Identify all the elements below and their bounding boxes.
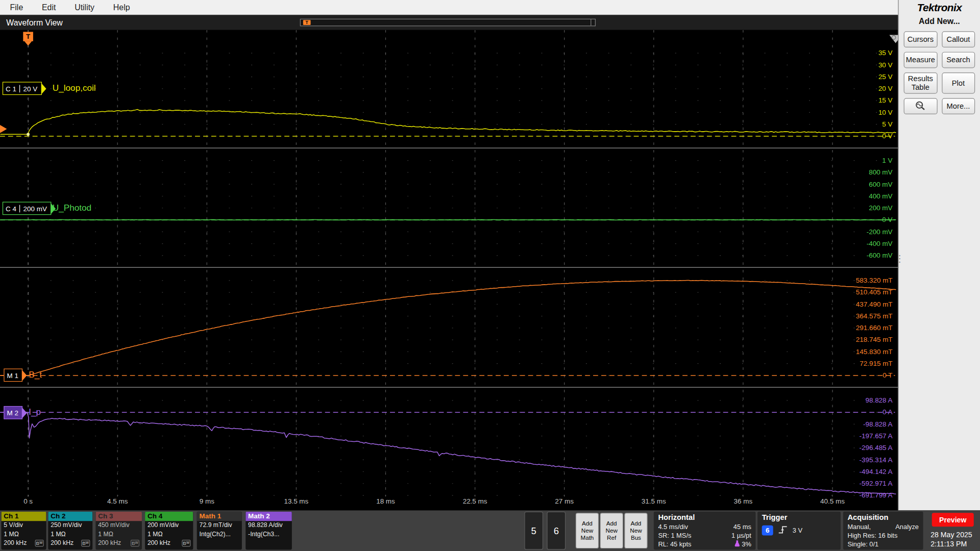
results-table-button[interactable]: Results Table [904,72,938,94]
ch3-bandwidth: 200 kHz [98,539,121,547]
waveform-trace-1 [1,110,896,135]
trigger-source-badge: 6 [762,525,773,536]
waveform-canvas[interactable]: 0 s4.5 ms9 ms13.5 ms18 ms22.5 ms27 ms31.… [0,30,898,508]
menu-help[interactable]: Help [113,3,130,12]
y-axis-tick-label: 20 V [878,85,893,92]
callout-button[interactable]: Callout [942,31,975,47]
ch2-impedance: 1 MΩ [51,530,66,538]
horizontal-resolution: 1 µs/pt [731,531,751,540]
y-axis-tick-label: 1 V [882,157,892,164]
math1-badge[interactable]: M 1 [4,368,22,382]
system-time: 2:11:13 PM [930,540,967,548]
ch3-box-header: Ch 3 [95,512,142,521]
math1-waveform-label: B_t [29,369,42,380]
cursors-button[interactable]: Cursors [904,31,938,47]
ch3-settings-box[interactable]: Ch 3 450 mV/div 1 MΩ 200 kHz Bᵂ [95,512,142,550]
x-axis-tick-label: 40.5 ms [820,497,845,505]
y-axis-tick-label: 25 V [878,73,893,81]
search-button[interactable]: Search [942,52,975,68]
math1-settings-box[interactable]: Math 1 72.9 mT/div Intg(Ch2)... [197,512,242,550]
acquisition-mode: Manual, [847,522,871,531]
add-new-ref-button[interactable]: Add New Ref [600,513,623,548]
y-axis-tick-label: -395.314 A [859,456,892,464]
menu-bar: File Edit Utility Help [0,0,898,15]
horizontal-scale: 4.5 ms/div [658,522,688,531]
add-new-button-grid: Cursors Callout Measure Search Results T… [899,26,980,120]
math2-settings-box[interactable]: Math 2 98.828 A/div -Intg(Ch3... [246,512,292,550]
y-axis-tick-label: 291.660 mT [856,324,893,332]
y-axis-tick-label: 145.830 mT [856,348,893,356]
ch1-scale-badge[interactable]: C 1 20 V [3,82,42,95]
preview-button[interactable]: Preview [932,513,974,527]
ch4-waveform-label: U_Photod [53,203,91,213]
y-axis-tick-label: 0 T [883,371,892,379]
waveform-trace-2 [1,219,896,220]
ch1-impedance: 1 MΩ [4,530,19,538]
right-panel: Tektronix Add New... Cursors Callout Mea… [898,0,980,510]
trigger-panel[interactable]: Trigger 6 3 V [757,512,841,550]
ch1-badge-scale: 20 V [23,85,37,92]
panel-resize-handle[interactable]: ⋮ [895,253,904,264]
y-axis-tick-label: 98.828 A [865,396,892,404]
ch2-settings-box[interactable]: Ch 2 250 mV/div 1 MΩ 200 kHz Bᵂ [48,512,92,550]
trigger-position-handle[interactable]: T [303,20,311,25]
acquisition-single: Single: 0/1 [847,540,878,548]
ch4-scale-badge[interactable]: C 4 200 mV [3,202,52,215]
ch4-box-header: Ch 4 [145,512,193,521]
waveform-trace-3 [1,280,896,375]
horizontal-panel-title: Horizontal [658,512,751,522]
waveform-traces [1,110,896,494]
x-axis-tick-label: 9 ms [200,497,214,505]
x-axis-tick-label: 18 ms [376,497,395,505]
waveform-view-titlebar: Waveform View T [0,15,898,30]
trigger-level: 3 V [793,527,802,534]
ch4-bw-limit-icon: Bᵂ [182,539,191,546]
zoom-tool-button[interactable] [904,98,938,114]
add-new-bus-button[interactable]: Add New Bus [624,513,647,548]
channel-5-button[interactable]: 5 [524,512,543,550]
ch2-scale: 250 mV/div [51,521,82,530]
waveform-trace-4 [1,412,896,494]
math2-badge-id: M 2 [7,409,18,416]
y-axis-tick-label: 30 V [878,61,893,69]
ch1-bw-limit-icon: Bᵂ [35,539,44,546]
more-button[interactable]: More... [942,98,975,114]
plot-button[interactable]: Plot [942,72,975,94]
menu-edit[interactable]: Edit [42,3,56,12]
ch3-impedance: 1 MΩ [98,530,113,538]
measure-button[interactable]: Measure [904,52,938,68]
x-axis-tick-label: 0 s [23,497,33,505]
math1-badge-id: M 1 [7,371,18,379]
math2-badge[interactable]: M 2 [4,406,22,419]
math1-scale: 72.9 mT/div [200,521,232,530]
rising-edge-icon [778,525,787,536]
x-axis-tick-label: 27 ms [555,497,574,505]
ch4-scale: 200 mV/div [148,521,179,530]
y-axis-tick-label: -400 mV [867,240,893,247]
y-axis-tick-label: 400 mV [869,192,892,200]
channel-6-button[interactable]: 6 [547,512,566,550]
y-axis-tick-label: 437.490 mT [856,300,893,308]
menu-utility[interactable]: Utility [75,3,94,12]
math2-waveform-label: I_p [29,407,41,417]
horizontal-sample-rate: SR: 1 MS/s [658,531,691,540]
horizontal-panel[interactable]: Horizontal 4.5 ms/div 45 ms SR: 1 MS/s 1… [654,512,756,550]
grid-lines [0,30,898,497]
ch4-badge-id: C 4 [6,205,20,212]
add-new-math-button[interactable]: Add New Math [576,513,599,548]
x-axis-tick-label: 22.5 ms [463,497,487,505]
acquisition-detail: High Res: 16 bits [847,531,897,540]
y-axis-tick-label: 0 A [883,408,892,416]
menu-file[interactable]: File [10,3,23,12]
y-axis-tick-label: 0 V [882,132,892,140]
ch4-settings-box[interactable]: Ch 4 200 mV/div 1 MΩ 200 kHz Bᵂ [145,512,193,550]
waveform-plot: 0 s4.5 ms9 ms13.5 ms18 ms22.5 ms27 ms31.… [0,30,898,511]
ch1-settings-box[interactable]: Ch 1 5 V/div 1 MΩ 200 kHz Bᵂ [1,512,46,550]
ch1-badge-id: C 1 [6,85,20,92]
horizontal-position-slider[interactable]: T [300,19,596,27]
trigger-position-flag[interactable]: T [23,32,33,41]
math2-source: -Intg(Ch3... [248,530,279,538]
tektronix-logo: Tektronix [899,2,980,14]
acquisition-panel[interactable]: Acquisition Manual, Analyze High Res: 16… [843,512,923,550]
y-axis-tick-label: -296.485 A [859,444,892,452]
